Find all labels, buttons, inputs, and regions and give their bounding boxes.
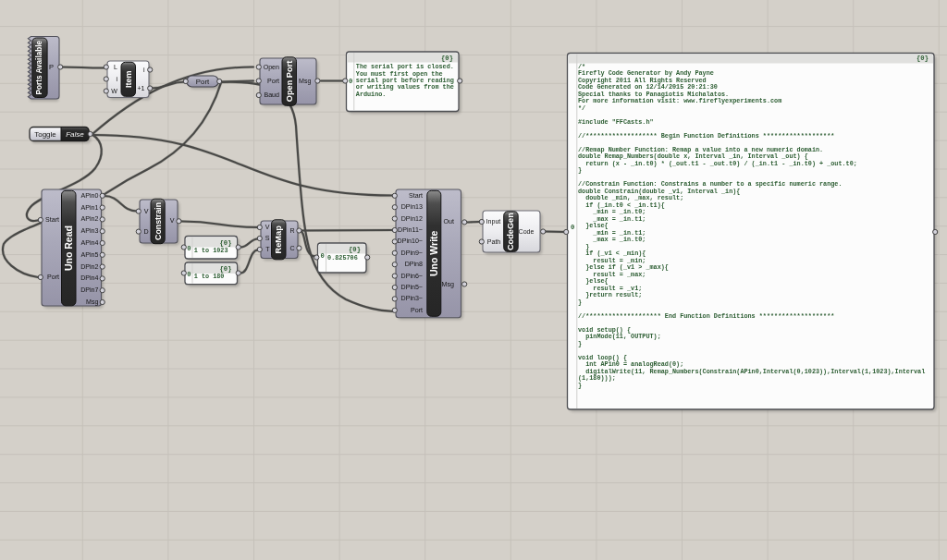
svg-text:Out: Out <box>444 218 454 225</box>
svg-text:APin1: APin1 <box>81 204 99 212</box>
svg-text:DPin8: DPin8 <box>405 261 423 268</box>
svg-text:D: D <box>143 228 148 236</box>
svg-text:Open: Open <box>264 64 279 71</box>
svg-text:DPin7: DPin7 <box>80 286 98 294</box>
svg-text:}: } <box>578 166 582 174</box>
svg-text:Msg: Msg <box>299 78 311 85</box>
svg-text://******************* Begin Fu: //******************* Begin Function Def… <box>578 132 834 140</box>
svg-text:Code: Code <box>519 228 535 236</box>
svg-text://******************** End Fun: //******************** End Function Defi… <box>578 312 834 320</box>
svg-text:DPin5~: DPin5~ <box>401 284 423 291</box>
svg-text:#include "FFCasts.h": #include "FFCasts.h" <box>578 118 654 126</box>
svg-text:Msg: Msg <box>442 281 454 288</box>
svg-text:APin4: APin4 <box>81 239 99 247</box>
svg-text:0.825706: 0.825706 <box>327 254 358 262</box>
svg-text:return (x - _in.t0) * (_out.t1: return (x - _in.t0) * (_out.t1 - _out.t0… <box>578 160 857 167</box>
svg-text:Port: Port <box>47 274 59 281</box>
svg-text:APin2: APin2 <box>81 215 99 223</box>
svg-text:CodeGen: CodeGen <box>507 213 516 250</box>
svg-text:Baud: Baud <box>264 91 279 99</box>
svg-text:0: 0 <box>320 252 324 260</box>
svg-text:pinMode(11, OUTPUT);: pinMode(11, OUTPUT); <box>578 333 661 340</box>
svg-text:0: 0 <box>187 245 191 252</box>
svg-text:{0}: {0} <box>220 239 232 247</box>
svg-text:}: } <box>578 382 582 389</box>
svg-text:DPin10~: DPin10~ <box>398 237 423 245</box>
svg-text:W: W <box>111 88 117 95</box>
svg-text:*/: */ <box>578 104 585 112</box>
svg-text:0: 0 <box>187 271 191 278</box>
svg-text:Port: Port <box>411 307 423 314</box>
svg-text:V: V <box>265 224 270 231</box>
svg-text:Path: Path <box>487 238 501 246</box>
svg-text:DPin2: DPin2 <box>80 263 98 271</box>
svg-text:L: L <box>114 64 117 71</box>
svg-text:{0}: {0} <box>220 265 232 273</box>
svg-text:R: R <box>289 227 294 235</box>
svg-text:Start: Start <box>409 192 423 200</box>
svg-text:1 to 180: 1 to 180 <box>194 273 225 280</box>
svg-text:DPin11~: DPin11~ <box>398 226 423 234</box>
svg-text:Start: Start <box>45 216 59 224</box>
svg-text:S: S <box>265 235 270 242</box>
svg-text:DPin9~: DPin9~ <box>401 250 423 257</box>
svg-text:Msg: Msg <box>86 298 98 306</box>
svg-text:Open Port: Open Port <box>285 61 294 102</box>
svg-text:DPin12: DPin12 <box>401 215 423 223</box>
svg-text:Input: Input <box>486 218 501 225</box>
svg-text:digitalWrite(11, Remap_Numbers: digitalWrite(11, Remap_Numbers(Constrain… <box>578 368 925 375</box>
svg-text:}: } <box>578 298 582 306</box>
svg-text:T: T <box>265 246 270 253</box>
svg-text:DPin6~: DPin6~ <box>401 273 423 280</box>
svg-text:(1,180)));: (1,180))); <box>578 374 616 382</box>
svg-text:{0}: {0} <box>916 55 929 62</box>
svg-text:{0}: {0} <box>441 55 453 62</box>
svg-text:0: 0 <box>349 78 352 85</box>
svg-text:For more information visit: ww: For more information visit: www.fireflye… <box>578 97 781 104</box>
svg-text:Uno Read: Uno Read <box>63 225 74 271</box>
svg-text:C: C <box>289 245 294 252</box>
svg-text:{0}: {0} <box>349 246 361 253</box>
svg-text:Port: Port <box>196 78 210 86</box>
svg-text:Uno Write: Uno Write <box>428 230 439 276</box>
svg-text:Item: Item <box>124 71 133 89</box>
svg-text:False: False <box>66 130 84 139</box>
svg-text:P: P <box>49 63 54 71</box>
svg-text:Ports Available: Ports Available <box>35 40 43 94</box>
svg-text:Toggle: Toggle <box>34 130 56 139</box>
svg-text:Arduino.: Arduino. <box>356 91 387 98</box>
svg-text:0: 0 <box>571 224 574 231</box>
svg-text:1 to 1023: 1 to 1023 <box>194 247 228 254</box>
svg-text:APin3: APin3 <box>81 227 99 235</box>
svg-text:ReMap: ReMap <box>274 225 283 254</box>
svg-text:+1: +1 <box>137 85 144 92</box>
svg-text:DPin4: DPin4 <box>80 274 98 282</box>
svg-text:APin0: APin0 <box>81 192 99 200</box>
svg-text:Port: Port <box>267 78 279 85</box>
svg-text:DPin13: DPin13 <box>401 203 423 211</box>
svg-text:}: } <box>578 340 582 347</box>
svg-text:DPin3~: DPin3~ <box>401 295 423 302</box>
svg-text:Constrain: Constrain <box>154 202 163 240</box>
svg-text:}return result;: }return result; <box>578 291 642 298</box>
svg-text:APin5: APin5 <box>81 251 99 259</box>
svg-text:V: V <box>144 208 149 215</box>
svg-text:V: V <box>170 217 175 225</box>
